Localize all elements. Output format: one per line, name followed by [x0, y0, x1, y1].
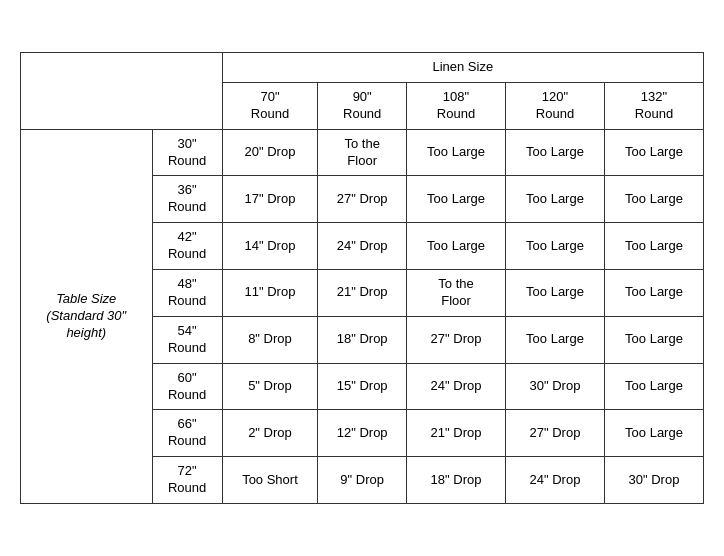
linen-size-header: Linen Size	[222, 53, 703, 83]
linen-size-table: Linen Size 70"Round90"Round108"Round120"…	[20, 52, 704, 504]
cell-r3-c0: 11" Drop	[222, 270, 318, 317]
cell-r2-c4: Too Large	[604, 223, 703, 270]
row-size-3: 48"Round	[152, 270, 222, 317]
cell-r7-c0: Too Short	[222, 457, 318, 504]
row-size-2: 42"Round	[152, 223, 222, 270]
col-header-4: 132"Round	[604, 82, 703, 129]
cell-r6-c0: 2" Drop	[222, 410, 318, 457]
cell-r5-c2: 24" Drop	[407, 363, 506, 410]
cell-r6-c2: 21" Drop	[407, 410, 506, 457]
row-size-7: 72"Round	[152, 457, 222, 504]
col-header-3: 120"Round	[506, 82, 605, 129]
cell-r0-c2: Too Large	[407, 129, 506, 176]
cell-r5-c1: 15" Drop	[318, 363, 407, 410]
cell-r3-c1: 21" Drop	[318, 270, 407, 317]
cell-r5-c0: 5" Drop	[222, 363, 318, 410]
cell-r6-c3: 27" Drop	[506, 410, 605, 457]
empty-topleft	[21, 53, 223, 130]
cell-r3-c3: Too Large	[506, 270, 605, 317]
table-row: Table Size(Standard 30"height)30"Round20…	[21, 129, 704, 176]
cell-r0-c0: 20" Drop	[222, 129, 318, 176]
cell-r1-c0: 17" Drop	[222, 176, 318, 223]
cell-r1-c2: Too Large	[407, 176, 506, 223]
cell-r6-c4: Too Large	[604, 410, 703, 457]
row-size-5: 60"Round	[152, 363, 222, 410]
row-size-6: 66"Round	[152, 410, 222, 457]
row-size-0: 30"Round	[152, 129, 222, 176]
cell-r2-c0: 14" Drop	[222, 223, 318, 270]
cell-r7-c3: 24" Drop	[506, 457, 605, 504]
col-header-0: 70"Round	[222, 82, 318, 129]
cell-r5-c4: Too Large	[604, 363, 703, 410]
cell-r0-c4: Too Large	[604, 129, 703, 176]
cell-r7-c4: 30" Drop	[604, 457, 703, 504]
cell-r0-c1: To theFloor	[318, 129, 407, 176]
cell-r4-c1: 18" Drop	[318, 316, 407, 363]
cell-r7-c2: 18" Drop	[407, 457, 506, 504]
cell-r1-c3: Too Large	[506, 176, 605, 223]
cell-r3-c2: To theFloor	[407, 270, 506, 317]
cell-r1-c1: 27" Drop	[318, 176, 407, 223]
cell-r7-c1: 9" Drop	[318, 457, 407, 504]
cell-r2-c1: 24" Drop	[318, 223, 407, 270]
col-header-1: 90"Round	[318, 82, 407, 129]
cell-r6-c1: 12" Drop	[318, 410, 407, 457]
cell-r2-c3: Too Large	[506, 223, 605, 270]
table-size-label: Table Size(Standard 30"height)	[21, 129, 153, 503]
cell-r3-c4: Too Large	[604, 270, 703, 317]
row-size-1: 36"Round	[152, 176, 222, 223]
col-header-2: 108"Round	[407, 82, 506, 129]
row-size-4: 54"Round	[152, 316, 222, 363]
cell-r4-c3: Too Large	[506, 316, 605, 363]
cell-r4-c4: Too Large	[604, 316, 703, 363]
cell-r1-c4: Too Large	[604, 176, 703, 223]
cell-r4-c2: 27" Drop	[407, 316, 506, 363]
cell-r4-c0: 8" Drop	[222, 316, 318, 363]
cell-r2-c2: Too Large	[407, 223, 506, 270]
cell-r0-c3: Too Large	[506, 129, 605, 176]
cell-r5-c3: 30" Drop	[506, 363, 605, 410]
